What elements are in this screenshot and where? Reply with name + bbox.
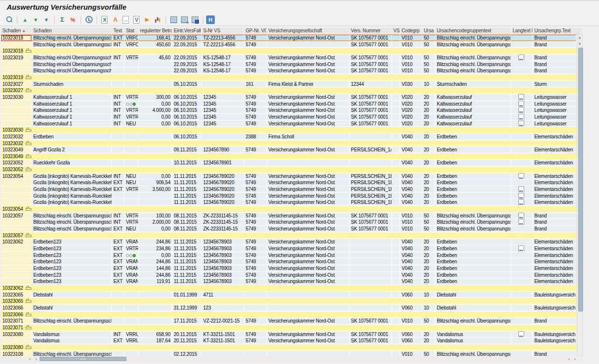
cell-ug[interactable]: Brand [533, 219, 576, 226]
column-header-s[interactable]: Schaden▲ [1, 28, 32, 34]
subtotal-key-cell[interactable]: 10323080 [1, 344, 32, 351]
cell-d[interactable]: Blitzschlag einschl. Überspannungsschäd. [32, 213, 112, 219]
subtotal-key-cell[interactable]: 10323057 [1, 232, 32, 239]
table-row[interactable]: Gozila (inkognito) Karnevals-RueckkehrEX… [1, 179, 582, 186]
change-layout-icon[interactable] [180, 15, 189, 24]
cell-st[interactable]: VRAN [125, 258, 139, 265]
cell-ug[interactable]: Brand [533, 67, 576, 74]
cell-va[interactable] [392, 258, 400, 265]
longtext-document-icon[interactable] [518, 101, 524, 108]
cell-vn[interactable]: SK 1075677 0001 [349, 331, 392, 338]
cell-sn[interactable]: 12345 [202, 114, 244, 121]
cell-sn[interactable]: KS-12548-17 [202, 61, 244, 68]
cell-dt[interactable]: 11.11.2015 [172, 239, 202, 245]
cell-d[interactable]: Blitzschlag einschl Überspannungsschäd. [32, 54, 112, 61]
cell-u[interactable]: 20 [422, 252, 435, 259]
cell-st[interactable]: NEU [125, 179, 139, 186]
cell-d[interactable]: Vandalismus [32, 337, 112, 344]
cell-x[interactable]: EXT [112, 337, 125, 344]
cell-sn[interactable]: 123 [202, 305, 244, 311]
cell-sn[interactable]: KS-12548-17 [202, 67, 244, 74]
table-row[interactable]: Blitzschlag einschl Überspannungsschäd.2… [1, 61, 582, 68]
subtotal-row[interactable]: 10323032 [1, 140, 582, 147]
cell-sn[interactable]: TZ-22213-4556 [202, 41, 244, 48]
cell-s[interactable]: 10323054 [1, 173, 32, 180]
cell-gp[interactable]: 5749 [244, 219, 267, 226]
subtotal-row[interactable]: 10323054 [1, 206, 582, 213]
subtotal-row[interactable]: 10323057 [1, 232, 582, 239]
cell-dt[interactable]: 11.11.2015 [172, 193, 202, 200]
cell-x[interactable]: EXT [112, 272, 125, 279]
cell-b[interactable]: 45,60 [139, 54, 172, 61]
cell-sn[interactable]: 123456789020 [202, 173, 244, 180]
cell-u[interactable]: 50 [422, 41, 435, 48]
longtext-document-icon[interactable] [518, 219, 524, 226]
subtotal-key-cell[interactable]: 10323065 [1, 298, 32, 305]
cell-d[interactable]: Kaltwasserzulauf 1 [32, 101, 112, 108]
cell-dt[interactable]: 06.10.2015 [172, 121, 202, 127]
cell-s[interactable] [1, 67, 32, 74]
cell-d[interactable]: Blitzschlag einschl. Überspannungsschäd. [32, 226, 112, 232]
scroll-down-button[interactable]: ∨ [577, 40, 582, 46]
cell-sn[interactable]: 4711 [202, 292, 244, 298]
table-row[interactable]: Kaltwasserzulauf 1INTVRTR4.000,0006.10.2… [1, 107, 582, 114]
cell-gp[interactable]: 5749 [244, 107, 267, 114]
cell-st[interactable] [125, 67, 139, 74]
subtotal-collapse-icon[interactable] [26, 154, 31, 159]
cell-p[interactable] [511, 278, 533, 285]
subtotal-row[interactable]: 10323065 [1, 298, 582, 305]
cell-g[interactable]: Versicherungskammer Nord-Ost [267, 245, 349, 252]
cell-ug[interactable]: Elementarschäden [533, 179, 576, 186]
cell-ut[interactable]: Erdbeben [435, 278, 511, 285]
cell-st[interactable] [125, 61, 139, 68]
cell-b[interactable]: 168,41 [139, 35, 172, 41]
cell-b[interactable]: 0,00 [139, 226, 172, 232]
cell-va[interactable] [392, 41, 400, 48]
table-row[interactable]: Kaltwasserzulauf 1INTVRTR0,0006.10.20151… [1, 114, 582, 121]
column-header-b[interactable]: regulierter Betrag [139, 28, 172, 34]
cell-x[interactable]: EXT [112, 239, 125, 245]
cell-d[interactable]: Erdbeben123 [32, 265, 112, 272]
cell-gp[interactable]: 5749 [244, 331, 267, 338]
cell-u[interactable]: 10 [422, 81, 435, 88]
cell-va[interactable] [392, 179, 400, 186]
cell-dt[interactable]: 08.11.2015 [172, 213, 202, 219]
cell-d[interactable]: Kaltwasserzulauf 1 [32, 94, 112, 101]
cell-x[interactable]: EXT [112, 35, 125, 41]
cell-g[interactable]: Versicherungskammer Nord-Ost [267, 278, 349, 285]
subtotal-collapse-icon[interactable] [26, 167, 31, 172]
cell-cg[interactable]: V040 [400, 193, 422, 200]
cell-d[interactable]: Diebstahl [32, 292, 112, 298]
cell-d[interactable]: Vandalismus [32, 331, 112, 338]
cell-cg[interactable]: V040 [400, 258, 422, 265]
cell-p[interactable] [511, 245, 533, 252]
cell-s[interactable] [1, 337, 32, 344]
cell-vn[interactable] [349, 272, 392, 279]
cell-st[interactable]: VRAN [125, 239, 139, 245]
scroll-up-button[interactable]: ∧ [577, 35, 582, 40]
table-row[interactable]: 10323080VandalismusINTVRRU658,9020.11.20… [1, 331, 582, 338]
cell-ut[interactable]: Diebstahl [435, 292, 511, 298]
cell-d[interactable]: Erdbeben123 [32, 278, 112, 285]
cell-dt[interactable]: 05.10.2015 [172, 81, 202, 88]
cell-gp[interactable]: 5749 [244, 114, 267, 121]
subtotal-collapse-icon[interactable] [26, 345, 31, 350]
cell-gp[interactable]: 5749 [244, 179, 267, 186]
cell-ut[interactable]: Erdbeben [435, 147, 511, 153]
cell-b[interactable] [139, 81, 172, 88]
cell-gp[interactable]: 5749 [244, 318, 267, 324]
cell-ut[interactable]: Kaltwasserzulauf [435, 101, 511, 108]
cell-vn[interactable] [349, 245, 392, 252]
cell-st[interactable]: VRAN [125, 265, 139, 272]
subtotal-key-cell[interactable]: 10323049 [1, 153, 32, 160]
cell-ug[interactable]: Elementarschäden [533, 239, 576, 245]
cell-dt[interactable]: 06.10.2015 [172, 94, 202, 101]
cell-cg[interactable]: V010 [400, 318, 422, 324]
table-row[interactable]: Erdbeben123EXTVRAN244,8611.11.2015123456… [1, 258, 582, 265]
cell-ut[interactable]: Kaltwasserzulauf [435, 121, 511, 127]
cell-g[interactable]: Versicherungskammer Nord-Ost [267, 35, 349, 41]
cell-g[interactable]: Firma Kleist & Partner [267, 81, 349, 88]
cell-p[interactable] [511, 272, 533, 279]
cell-st[interactable]: VRFO [125, 41, 139, 48]
cell-u[interactable]: 20 [422, 258, 435, 265]
